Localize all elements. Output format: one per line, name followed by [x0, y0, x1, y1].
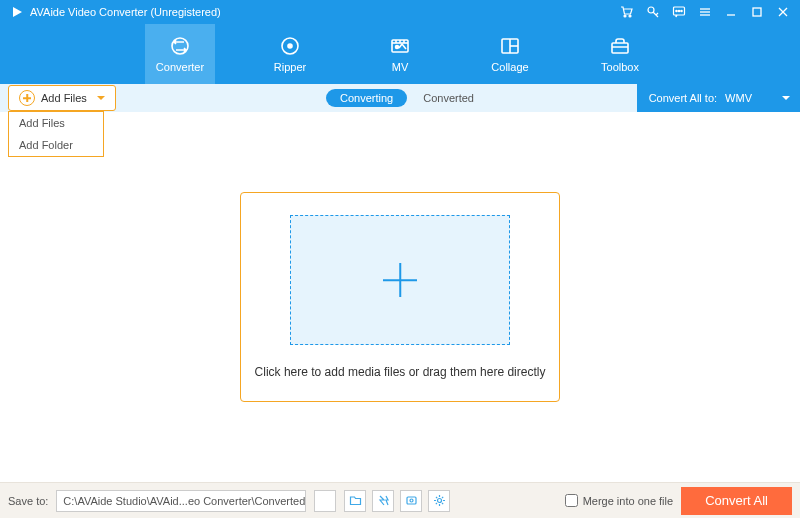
nav-label: MV: [392, 61, 409, 73]
cart-icon[interactable]: [620, 5, 634, 19]
merge-checkbox-wrap[interactable]: Merge into one file: [565, 494, 674, 507]
merge-label: Merge into one file: [583, 495, 674, 507]
svg-point-7: [681, 10, 682, 11]
nav-toolbox[interactable]: Toolbox: [585, 24, 655, 84]
tab-converting[interactable]: Converting: [326, 89, 407, 107]
chevron-down-icon: [782, 96, 790, 100]
app-title: AVAide Video Converter (Unregistered): [30, 6, 221, 18]
maximize-icon[interactable]: [750, 5, 764, 19]
open-folder-button[interactable]: [344, 490, 366, 512]
drop-zone-inner: [290, 215, 510, 345]
save-to-label: Save to:: [8, 495, 48, 507]
add-files-dropdown: Add Files Add Folder: [8, 111, 104, 157]
svg-marker-0: [13, 7, 22, 17]
add-files-button[interactable]: Add Files: [8, 85, 116, 111]
nav-converter[interactable]: Converter: [145, 24, 215, 84]
settings-button[interactable]: [428, 490, 450, 512]
titlebar: AVAide Video Converter (Unregistered): [0, 0, 800, 24]
drop-zone-text: Click here to add media files or drag th…: [255, 365, 546, 379]
svg-point-17: [288, 44, 292, 48]
nav-collage[interactable]: Collage: [475, 24, 545, 84]
svg-point-6: [678, 10, 679, 11]
svg-point-19: [396, 46, 399, 49]
feedback-icon[interactable]: [672, 5, 686, 19]
minimize-icon[interactable]: [724, 5, 738, 19]
converter-icon: [169, 35, 191, 57]
svg-rect-12: [753, 8, 761, 16]
chevron-down-icon: [97, 96, 105, 100]
dropdown-add-files[interactable]: Add Files: [9, 112, 103, 134]
nav-label: Converter: [156, 61, 204, 73]
svg-point-15: [172, 38, 188, 54]
nav-ripper[interactable]: Ripper: [255, 24, 325, 84]
toolbox-icon: [609, 35, 631, 57]
collage-icon: [499, 35, 521, 57]
svg-rect-27: [612, 43, 628, 53]
close-icon[interactable]: [776, 5, 790, 19]
path-dropdown-button[interactable]: [314, 490, 336, 512]
subbar: Add Files Add Files Add Folder Convertin…: [0, 84, 800, 112]
format-select[interactable]: WMV: [725, 92, 790, 104]
svg-point-2: [629, 15, 631, 17]
save-path-field[interactable]: C:\AVAide Studio\AVAid...eo Converter\Co…: [56, 490, 306, 512]
convert-all-to-label: Convert All to:: [649, 92, 717, 104]
main-nav: Converter Ripper MV Collage Toolbox: [0, 24, 800, 84]
svg-point-5: [676, 10, 677, 11]
merge-checkbox[interactable]: [565, 494, 578, 507]
key-icon[interactable]: [646, 5, 660, 19]
ripper-icon: [279, 35, 301, 57]
svg-point-30: [437, 499, 441, 503]
mv-icon: [389, 35, 411, 57]
menu-icon[interactable]: [698, 5, 712, 19]
nav-mv[interactable]: MV: [365, 24, 435, 84]
tab-converted[interactable]: Converted: [423, 92, 474, 104]
svg-point-29: [410, 499, 413, 502]
svg-rect-28: [407, 497, 416, 504]
nav-label: Toolbox: [601, 61, 639, 73]
speed-button[interactable]: [372, 490, 394, 512]
dropdown-add-folder[interactable]: Add Folder: [9, 134, 103, 156]
format-value: WMV: [725, 92, 752, 104]
convert-all-button[interactable]: Convert All: [681, 487, 792, 515]
drop-zone[interactable]: Click here to add media files or drag th…: [240, 192, 560, 402]
footer: Save to: C:\AVAide Studio\AVAid...eo Con…: [0, 482, 800, 518]
gpu-button[interactable]: [400, 490, 422, 512]
nav-label: Ripper: [274, 61, 306, 73]
plus-circle-icon: [19, 90, 35, 106]
save-path-value: C:\AVAide Studio\AVAid...eo Converter\Co…: [63, 495, 305, 507]
add-files-label: Add Files: [41, 92, 87, 104]
nav-label: Collage: [491, 61, 528, 73]
svg-point-1: [624, 15, 626, 17]
plus-icon: [383, 263, 417, 297]
main-area: Click here to add media files or drag th…: [0, 112, 800, 482]
app-logo-icon: [10, 5, 24, 19]
